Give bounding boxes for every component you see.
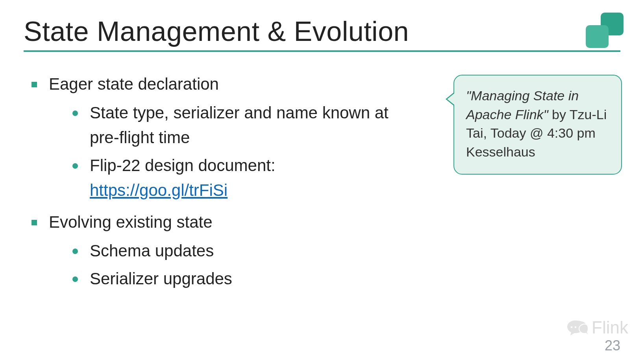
bullet-text: State type, serializer and name known at… <box>90 103 389 147</box>
svg-point-3 <box>575 326 576 328</box>
chat-icon <box>566 319 588 336</box>
list-item: Serializer upgrades <box>72 266 398 291</box>
bullet-text: Evolving existing state <box>49 213 213 231</box>
list-item: Eager state declaration State type, seri… <box>31 72 398 203</box>
page-number: 23 <box>605 337 620 354</box>
list-item: Flip-22 design document: https://goo.gl/… <box>72 153 398 203</box>
list-item: State type, serializer and name known at… <box>72 100 398 150</box>
design-doc-link[interactable]: https://goo.gl/trFiSi <box>90 181 228 199</box>
talk-callout: "Managing State in Apache Flink" by Tzu-… <box>453 75 622 175</box>
bullet-text: Flip-22 design document: <box>90 156 276 175</box>
slide-title: State Management & Evolution <box>24 16 620 50</box>
bullet-text: Eager state declaration <box>49 75 219 93</box>
watermark-text: Flink <box>592 318 628 337</box>
title-rule <box>24 50 620 52</box>
list-item: Evolving existing state Schema updates S… <box>31 210 398 291</box>
bullet-list: Eager state declaration State type, seri… <box>24 72 398 298</box>
bullet-text: Schema updates <box>90 241 214 260</box>
flink-watermark: Flink <box>566 318 628 337</box>
bullet-text: Serializer upgrades <box>90 269 232 288</box>
corner-logo-icon <box>586 13 625 50</box>
list-item: Schema updates <box>72 238 398 263</box>
svg-point-2 <box>571 326 572 328</box>
svg-rect-1 <box>586 25 609 48</box>
